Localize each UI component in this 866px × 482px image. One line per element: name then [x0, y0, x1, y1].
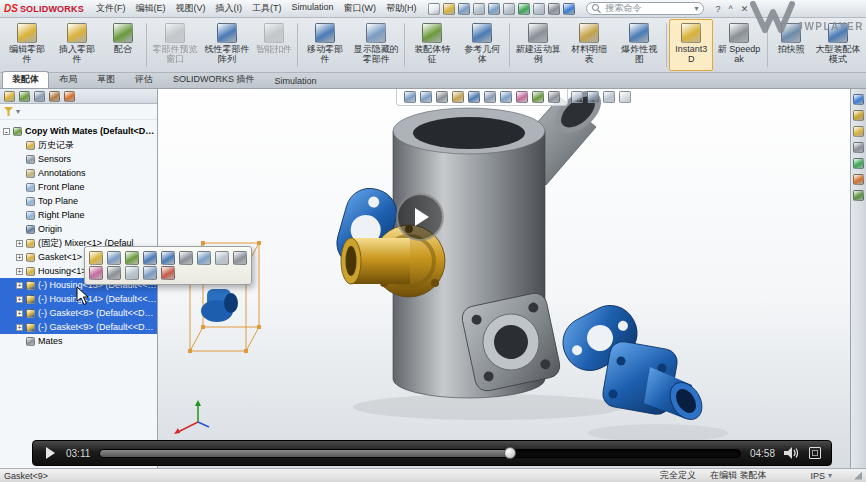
- undo-icon[interactable]: [488, 3, 500, 15]
- hide-show-items-icon[interactable]: [500, 91, 512, 103]
- component-preview-window-button[interactable]: 零部件预览窗口: [149, 19, 201, 71]
- tree-item[interactable]: Right Plane: [0, 208, 157, 222]
- menu-item[interactable]: 编辑(E): [130, 1, 170, 16]
- menu-item[interactable]: 视图(V): [170, 1, 210, 16]
- zoom-fit-icon[interactable]: [404, 91, 416, 103]
- rebuild-icon[interactable]: [518, 3, 530, 15]
- tree-item[interactable]: + (-) Gasket<8> (Default<<Default: [0, 306, 157, 320]
- delete-icon[interactable]: [161, 266, 175, 280]
- taskpane-custom-properties-icon[interactable]: [853, 190, 864, 201]
- speedpak-button[interactable]: 新 Speedpak: [713, 19, 765, 71]
- edit-component-button[interactable]: 编辑零部件: [2, 19, 52, 71]
- edit-appearance-icon[interactable]: [516, 91, 528, 103]
- ribbon-button[interactable]: [146, 23, 147, 67]
- ribbon-button[interactable]: [509, 23, 510, 67]
- tree-item[interactable]: Mates: [0, 334, 157, 348]
- expand-toggle-icon[interactable]: +: [16, 282, 23, 289]
- apply-scene-icon[interactable]: [532, 91, 544, 103]
- linear-component-pattern-button[interactable]: 线性零部件阵列: [201, 19, 253, 71]
- edit-part-icon[interactable]: [89, 251, 103, 265]
- expand-toggle-icon[interactable]: +: [16, 240, 23, 247]
- taskpane-home-icon[interactable]: [853, 94, 864, 105]
- previous-view-icon[interactable]: [436, 91, 448, 103]
- large-assembly-mode-button[interactable]: 大型装配体模式: [812, 19, 864, 71]
- tab-solidworks-addins[interactable]: SOLIDWORKS 插件: [163, 71, 265, 88]
- tree-item[interactable]: 历史记录: [0, 138, 157, 152]
- configurationmanager-tab-icon[interactable]: [34, 91, 45, 102]
- menu-item[interactable]: Simulation: [286, 1, 338, 16]
- video-play-button[interactable]: [43, 446, 57, 460]
- expand-toggle-icon[interactable]: +: [16, 324, 23, 331]
- help-menu-icon[interactable]: [563, 3, 575, 15]
- chevron-down-icon[interactable]: [619, 91, 631, 103]
- new-motion-study-button[interactable]: 新建运动算例: [512, 19, 564, 71]
- rotate-component-icon[interactable]: [161, 251, 175, 265]
- view-settings-icon[interactable]: [548, 91, 560, 103]
- mate-button[interactable]: 配合: [102, 19, 144, 71]
- exploded-view-button[interactable]: 爆炸性视图: [614, 19, 664, 71]
- move-component-icon[interactable]: [143, 251, 157, 265]
- volume-icon[interactable]: [784, 447, 800, 459]
- graphics-viewport[interactable]: [158, 89, 850, 468]
- tab-sketch[interactable]: 草图: [87, 71, 125, 88]
- open-part-icon[interactable]: [107, 251, 121, 265]
- menu-item[interactable]: 窗口(W): [338, 1, 381, 16]
- render-tools-icon[interactable]: [587, 91, 599, 103]
- filter-funnel-icon[interactable]: [4, 107, 13, 116]
- tree-item[interactable]: Front Plane: [0, 180, 157, 194]
- print-icon[interactable]: [473, 3, 485, 15]
- taskpane-design-library-icon[interactable]: [853, 110, 864, 121]
- hide-component-icon[interactable]: [197, 251, 211, 265]
- fullscreen-icon[interactable]: [809, 447, 821, 459]
- expand-toggle-icon[interactable]: +: [16, 296, 23, 303]
- tree-item[interactable]: Sensors: [0, 152, 157, 166]
- close-icon[interactable]: ✕: [739, 4, 751, 14]
- help-icon[interactable]: ?: [713, 4, 722, 14]
- video-progress-knob[interactable]: [504, 447, 516, 459]
- tree-root-item[interactable]: - Copy With Mates (Default<Default_Di: [0, 124, 157, 138]
- ribbon-button[interactable]: [297, 23, 298, 67]
- tab-simulation[interactable]: Simulation: [265, 74, 327, 88]
- tree-item[interactable]: + (-) Gasket<9> (Default<<Default: [0, 320, 157, 334]
- tree-item[interactable]: + (-) Housing<14> (Default<<Defaul: [0, 292, 157, 306]
- insert-components-button[interactable]: 插入零部件: [52, 19, 102, 71]
- zoom-area-icon[interactable]: [420, 91, 432, 103]
- show-hidden-components-button[interactable]: 显示隐藏的零部件: [350, 19, 402, 71]
- open-file-icon[interactable]: [443, 3, 455, 15]
- tab-layout[interactable]: 布局: [49, 71, 87, 88]
- take-snapshot-button[interactable]: 拍快照: [770, 19, 812, 71]
- new-file-icon[interactable]: [428, 3, 440, 15]
- expand-toggle-icon[interactable]: +: [16, 310, 23, 317]
- fix-component-icon[interactable]: [125, 266, 139, 280]
- options-gear-icon[interactable]: [548, 3, 560, 15]
- taskpane-view-palette-icon[interactable]: [853, 142, 864, 153]
- taskpane-file-explorer-icon[interactable]: [853, 126, 864, 137]
- isolate-icon[interactable]: [143, 266, 157, 280]
- featuremanager-tab-icon[interactable]: [4, 91, 15, 102]
- search-dropdown-icon[interactable]: ▾: [694, 4, 698, 13]
- component-properties-icon[interactable]: [215, 251, 229, 265]
- suppress-icon[interactable]: [179, 251, 193, 265]
- tree-item[interactable]: Annotations: [0, 166, 157, 180]
- units-selector[interactable]: IPS ▾: [810, 471, 832, 481]
- section-view-icon[interactable]: [452, 91, 464, 103]
- menu-item[interactable]: 文件(F): [91, 1, 131, 16]
- bill-of-materials-button[interactable]: 材料明细表: [564, 19, 614, 71]
- filter-dropdown-icon[interactable]: ▾: [16, 107, 20, 116]
- video-play-overlay-button[interactable]: [396, 193, 444, 241]
- tab-evaluate[interactable]: 评估: [125, 71, 163, 88]
- reference-geometry-button[interactable]: 参考几何体: [457, 19, 507, 71]
- view-orientation-icon[interactable]: [468, 91, 480, 103]
- expand-toggle-icon[interactable]: -: [3, 128, 10, 135]
- tree-item[interactable]: Origin: [0, 222, 157, 236]
- displaymanager-tab-icon[interactable]: [64, 91, 75, 102]
- view-selector-icon[interactable]: [571, 91, 583, 103]
- command-search[interactable]: 搜索命令 ▾: [586, 2, 704, 15]
- display-style-icon[interactable]: [484, 91, 496, 103]
- ribbon-button[interactable]: [666, 23, 667, 67]
- tab-assembly[interactable]: 装配体: [2, 71, 49, 88]
- material-icon[interactable]: [107, 266, 121, 280]
- expand-toggle-icon[interactable]: +: [16, 254, 23, 261]
- menu-item[interactable]: 帮助(H): [381, 1, 422, 16]
- tree-item[interactable]: Top Plane: [0, 194, 157, 208]
